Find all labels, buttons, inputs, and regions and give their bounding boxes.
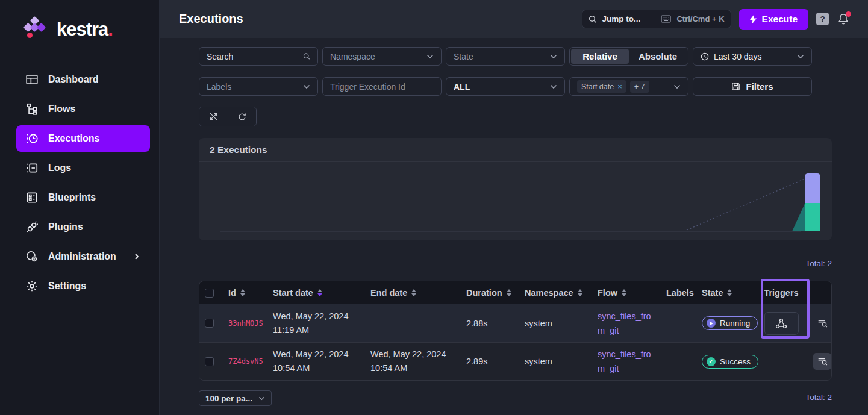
filters-button-label: Filters [746,81,773,92]
refresh-icon [237,112,247,122]
sidebar-item-administration[interactable]: Administration [16,243,150,270]
column-header-triggers: Triggers [757,288,805,298]
sidebar-nav: Dashboard Flows Executions Logs Blueprin… [0,66,159,299]
execution-details-button[interactable] [813,353,831,370]
trigger-button[interactable] [764,312,799,335]
execution-id-link[interactable]: 33nhMOJS [228,319,263,328]
column-header-id[interactable]: Id [228,288,273,298]
chevron-down-icon [797,54,804,59]
column-header-end-date[interactable]: End date [370,288,466,298]
sidebar-item-executions[interactable]: Executions [16,125,150,152]
help-button[interactable]: ? [816,13,829,25]
trigger-execution-id-input[interactable] [330,82,434,92]
trigger-icon [775,317,788,329]
column-header-start-date[interactable]: Start date [273,288,370,298]
state-badge-success: ✓ Success [702,355,758,369]
row-checkbox[interactable] [205,319,214,328]
search-icon [303,52,310,60]
column-header-state[interactable]: State [702,288,757,298]
total-count-bottom: Total: 2 [805,393,832,402]
start-date-tag: Start date × [577,80,626,93]
absolute-toggle[interactable]: Absolute [629,49,687,64]
sidebar-item-label: Logs [48,163,71,173]
chevron-down-icon [673,84,681,89]
sidebar-item-flows[interactable]: Flows [16,96,150,122]
namespace: system [525,357,552,366]
chevron-down-icon [550,84,557,89]
column-label: Id [228,288,236,298]
labels-dropdown[interactable]: Labels [199,77,318,96]
sidebar-item-label: Dashboard [48,74,99,85]
namespace-dropdown[interactable]: Namespace [322,47,442,66]
flow-link[interactable]: sync_files_from_git [598,309,658,338]
sort-icon[interactable] [578,289,582,296]
sort-icon[interactable] [240,289,245,296]
sort-icon-active[interactable] [317,289,322,296]
table-header-row: Id Start date End date Duration Namespac… [199,281,831,304]
executions-icon [25,132,39,145]
execution-row[interactable]: 7Z4dsvN5 Wed, May 22, 202410:54 AM Wed, … [199,342,831,380]
sidebar-item-settings[interactable]: Settings [16,273,150,299]
sort-icon[interactable] [411,289,416,296]
execution-details-button[interactable] [813,315,831,332]
administration-icon [25,250,39,263]
log-search-icon [817,356,828,367]
state-dropdown[interactable]: State [446,47,565,66]
scope-value: ALL [454,82,550,92]
select-all-checkbox[interactable] [205,289,214,298]
state-badge-running: Running [702,316,758,330]
column-label: Namespace [525,288,573,298]
topbar: Executions Ctrl/Cmd + K Execute ? [160,0,868,38]
jump-to-search[interactable]: Ctrl/Cmd + K [582,10,731,28]
scope-dropdown[interactable]: ALL [446,77,565,96]
chart-title: 2 Executions [199,138,832,162]
executions-chart[interactable] [199,162,832,240]
start-date-tag-label: Start date [581,83,614,91]
duration: 2.89s [466,357,487,366]
column-label: Flow [598,288,617,298]
sort-icon[interactable] [727,289,732,296]
chevron-down-icon [258,396,265,401]
sidebar-item-logs[interactable]: Logs [16,155,150,181]
execution-row[interactable]: 33nhMOJS Wed, May 22, 202411:19 AM 2.88s… [199,304,831,342]
column-label: Labels [666,288,694,298]
search-filter[interactable] [199,47,318,66]
column-header-namespace[interactable]: Namespace [525,288,598,298]
row-checkbox[interactable] [205,357,214,366]
refresh-button[interactable] [228,107,256,126]
column-header-flow[interactable]: Flow [598,288,666,298]
chevron-down-icon [550,54,557,59]
jump-to-input[interactable] [602,14,656,23]
kestra-logo[interactable]: kestra. [0,0,159,43]
search-input[interactable] [207,52,303,61]
save-icon [731,82,740,91]
sidebar-item-blueprints[interactable]: Blueprints [16,184,150,211]
sidebar-item-plugins[interactable]: Plugins [16,214,150,240]
toggle-chart-button[interactable] [199,107,228,126]
column-header-duration[interactable]: Duration [466,288,525,298]
notifications-button[interactable] [837,13,850,26]
sort-icon[interactable] [622,289,626,296]
flow-link[interactable]: sync_files_from_git [598,347,658,376]
filters-button[interactable]: Filters [693,77,812,96]
executions-table: Id Start date End date Duration Namespac… [199,281,832,381]
sort-icon[interactable] [507,289,511,296]
success-bar[interactable] [805,203,820,231]
time-range-dropdown[interactable]: Last 30 days [693,47,812,66]
success-state-icon: ✓ [707,357,716,366]
relative-toggle[interactable]: Relative [571,49,629,64]
notification-dot [846,11,851,17]
execute-button[interactable]: Execute [739,9,808,30]
sidebar-item-dashboard[interactable]: Dashboard [16,66,150,93]
end-date: Wed, May 22, 2024 [370,349,446,359]
visible-columns-dropdown[interactable]: Start date × + 7 [569,77,688,96]
main-content: Namespace State Relative Absolute Last 3… [160,38,868,415]
trigger-execution-id-filter[interactable] [322,77,442,96]
state-label: Success [720,357,751,366]
more-columns-label: + 7 [634,83,645,91]
clock-icon [701,52,709,61]
start-time: 11:19 AM [273,325,309,335]
remove-tag-icon[interactable]: × [617,82,622,91]
per-page-select[interactable]: 100 per pa... [199,390,272,406]
execution-id-link[interactable]: 7Z4dsvN5 [228,357,263,366]
